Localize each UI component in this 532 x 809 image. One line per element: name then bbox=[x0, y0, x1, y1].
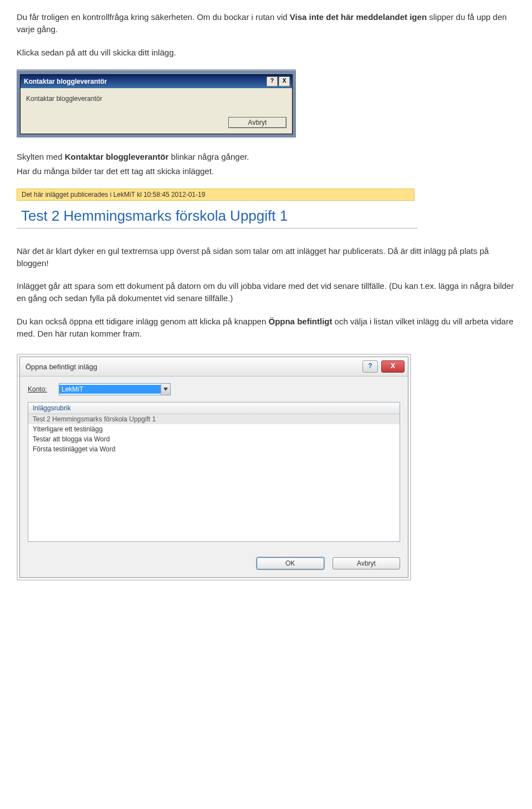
text: Skylten med bbox=[17, 152, 65, 161]
post-title: Test 2 Hemmingsmarks förskola Uppgift 1 bbox=[17, 201, 418, 228]
dialog-kontaktar: Kontaktar bloggleverantör ? X Kontaktar … bbox=[20, 74, 293, 134]
chevron-down-icon[interactable] bbox=[161, 384, 170, 395]
dialog-titlebar[interactable]: Kontaktar bloggleverantör ? X bbox=[21, 75, 292, 88]
text-bold: Visa inte det här meddelandet igen bbox=[290, 12, 427, 22]
paragraph-7: Du kan också öppna ett tidigare inlägg g… bbox=[17, 316, 515, 340]
publish-banner: Det här inlägget publicerades i LekMiT k… bbox=[17, 189, 415, 201]
text: Du får troligen en kontrollfråga kring s… bbox=[17, 12, 290, 22]
paragraph-1: Du får troligen en kontrollfråga kring s… bbox=[17, 11, 515, 35]
dialog-body: Kontaktar bloggleverantör Avbryt bbox=[21, 88, 292, 134]
paragraph-3: Skylten med Kontaktar bloggleverantör bl… bbox=[17, 151, 515, 163]
dialog-open-existing: Öppna befintligt inlägg ? X Konto: LekMi… bbox=[19, 357, 408, 578]
text: Du kan också öppna ett tidigare inlägg g… bbox=[17, 317, 268, 326]
account-label: Konto: bbox=[28, 385, 59, 393]
account-row: Konto: LekMiT bbox=[28, 383, 400, 395]
dialog-title: Kontaktar bloggleverantör bbox=[24, 78, 265, 85]
dialog-titlebar[interactable]: Öppna befintligt inlägg ? X bbox=[20, 357, 408, 376]
paragraph-4: Har du många bilder tar det ett tag att … bbox=[17, 165, 515, 177]
list-header[interactable]: Inläggsrubrik bbox=[28, 403, 400, 414]
cancel-button[interactable]: Avbryt bbox=[228, 117, 287, 128]
paragraph-5: När det är klart dyker en gul textremsa … bbox=[17, 245, 515, 269]
account-combo[interactable]: LekMiT bbox=[59, 383, 171, 395]
close-icon[interactable]: X bbox=[279, 77, 290, 87]
dialog-kontaktar-wrap: Kontaktar bloggleverantör ? X Kontaktar … bbox=[17, 69, 296, 138]
dialog-title: Öppna befintligt inlägg bbox=[25, 363, 362, 371]
list-item[interactable]: Testar att blogga via Word bbox=[28, 434, 400, 444]
account-selected: LekMiT bbox=[59, 385, 161, 394]
dialog-message: Kontaktar bloggleverantör bbox=[26, 95, 287, 103]
cancel-button[interactable]: Avbryt bbox=[332, 557, 400, 569]
text: blinkar några gånger. bbox=[168, 152, 249, 161]
dialog-open-existing-wrap: Öppna befintligt inlägg ? X Konto: LekMi… bbox=[17, 354, 411, 581]
list-item[interactable]: Ytterligare ett testinlägg bbox=[28, 424, 400, 434]
help-icon[interactable]: ? bbox=[267, 77, 278, 87]
paragraph-2: Klicka sedan på att du vill skicka ditt … bbox=[17, 47, 515, 59]
close-icon[interactable]: X bbox=[381, 360, 405, 373]
text-bold: Öppna befintligt bbox=[268, 317, 332, 326]
paragraph-6: Inlägget går att spara som ett dokument … bbox=[17, 280, 515, 304]
list-item[interactable]: Test 2 Hemmingsmarks förskola Uppgift 1 bbox=[28, 414, 400, 424]
help-icon[interactable]: ? bbox=[362, 360, 378, 373]
text-bold: Kontaktar bloggleverantör bbox=[65, 152, 169, 161]
list-item[interactable]: Första testinlägget via Word bbox=[28, 444, 400, 454]
post-listbox[interactable]: Inläggsrubrik Test 2 Hemmingsmarks försk… bbox=[28, 402, 400, 542]
ok-button[interactable]: OK bbox=[257, 557, 324, 569]
